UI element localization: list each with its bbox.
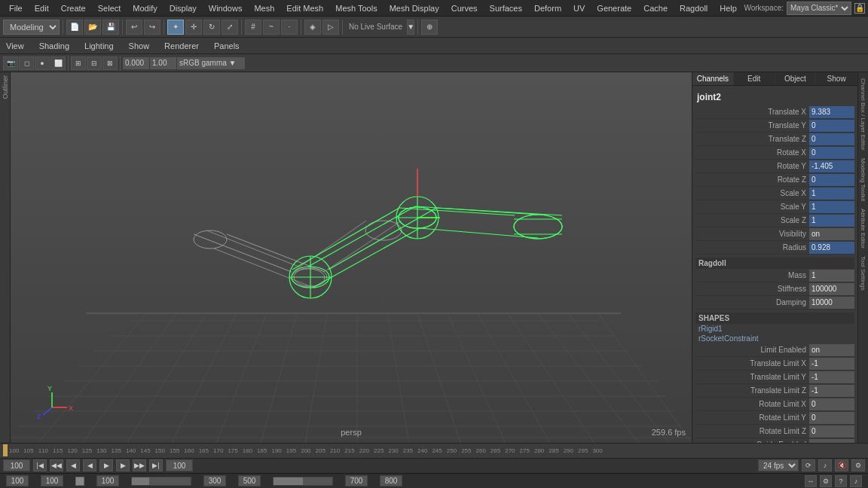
ragdoll-section-header: Ragdoll: [695, 258, 854, 269]
range-bar-1[interactable]: [131, 477, 191, 486]
go-end-btn[interactable]: ▶|: [149, 459, 163, 471]
menu-item-select[interactable]: Select: [92, 2, 127, 14]
redo-btn[interactable]: ↪: [144, 20, 160, 35]
tab-renderer[interactable]: Renderer: [161, 40, 202, 52]
status-field-3[interactable]: 100: [96, 475, 119, 486]
menu-item-surfaces[interactable]: Surfaces: [484, 2, 528, 14]
attr-translate-y: Translate Y 0: [695, 119, 854, 133]
timeline[interactable]: 100 105 110 115 120 125 130 135 140 145 …: [0, 444, 868, 459]
tab-channels[interactable]: Channels: [692, 72, 734, 85]
wireframe-btn[interactable]: ◻: [19, 56, 34, 70]
tab-shading[interactable]: Shading: [36, 40, 72, 52]
status-icon-4[interactable]: ♪: [850, 475, 862, 487]
status-field-2[interactable]: 100: [41, 475, 63, 486]
gamma-field[interactable]: 1.00: [150, 57, 176, 69]
right-edge-tabs: Channel Box / Layer Editor Modeling Tool…: [857, 72, 868, 443]
edge-tab-channel-box[interactable]: Channel Box / Layer Editor: [858, 75, 868, 154]
go-start-btn[interactable]: |◀: [33, 459, 47, 471]
status-icon-1[interactable]: ↔: [805, 475, 817, 487]
status-field-7[interactable]: 800: [380, 475, 402, 486]
settings-btn[interactable]: ⚙: [851, 459, 865, 471]
menu-item-create[interactable]: Create: [55, 2, 92, 14]
snap-curve-btn[interactable]: ~: [263, 20, 280, 35]
timeline-playhead[interactable]: [3, 444, 8, 456]
audio-btn[interactable]: ♪: [818, 459, 832, 471]
menu-item-help[interactable]: Help: [714, 2, 743, 14]
status-icon-3[interactable]: ?: [835, 475, 847, 487]
edge-tab-tool-settings[interactable]: Tool Settings: [858, 253, 868, 294]
construction-history-btn[interactable]: ⊕: [421, 20, 438, 35]
undo-btn[interactable]: ↩: [126, 20, 142, 35]
move-tool-btn[interactable]: ✛: [185, 20, 202, 35]
cam-select-btn[interactable]: 📷: [3, 56, 18, 70]
render-btn[interactable]: ▷: [322, 20, 339, 35]
status-field-1[interactable]: 100: [6, 475, 29, 486]
status-field-5[interactable]: 500: [238, 475, 261, 486]
save-file-btn[interactable]: 💾: [102, 20, 119, 35]
menu-item-mesh[interactable]: Mesh: [248, 2, 280, 14]
shape-rsocket[interactable]: rSocketConstraint: [695, 334, 854, 343]
color-space-select[interactable]: sRGB gamma ▼: [177, 57, 245, 69]
mute-btn[interactable]: 🔇: [835, 459, 848, 471]
resolution-gate-btn[interactable]: ⊠: [102, 56, 118, 70]
snap-point-btn[interactable]: ·: [281, 20, 298, 35]
exposure-field[interactable]: 0.000: [123, 57, 149, 69]
range-bar-2[interactable]: [273, 477, 333, 486]
edge-tab-modeling-toolkit[interactable]: Modeling Toolkit: [858, 155, 868, 204]
select-tool-btn[interactable]: ✦: [167, 20, 184, 35]
tab-show[interactable]: Show: [816, 72, 857, 85]
menu-item-modify[interactable]: Modify: [127, 2, 163, 14]
start-frame-field[interactable]: 100: [3, 459, 30, 471]
menu-item-uv[interactable]: UV: [567, 2, 591, 14]
tab-object[interactable]: Object: [775, 72, 817, 85]
prev-frame-btn[interactable]: ◀: [66, 459, 80, 471]
menu-item-mesh-display[interactable]: Mesh Display: [384, 2, 445, 14]
step-fwd-btn[interactable]: ▶▶: [133, 459, 146, 471]
open-file-btn[interactable]: 📂: [84, 20, 101, 35]
menu-item-deform[interactable]: Deform: [528, 2, 567, 14]
tab-show[interactable]: Show: [126, 40, 153, 52]
attr-radius: Radius 0.928: [695, 241, 854, 255]
tab-lighting[interactable]: Lighting: [81, 40, 117, 52]
snap-grid-btn[interactable]: #: [245, 20, 261, 35]
menu-item-mesh-tools[interactable]: Mesh Tools: [329, 2, 383, 14]
viewport[interactable]: Translate `: [11, 72, 692, 443]
play-back-btn[interactable]: ◀: [83, 459, 96, 471]
menu-item-ragdoll[interactable]: Ragdoll: [674, 2, 714, 14]
color-swatch[interactable]: [75, 477, 84, 486]
menu-item-display[interactable]: Display: [164, 2, 203, 14]
next-frame-btn[interactable]: ▶: [116, 459, 130, 471]
tab-view[interactable]: View: [3, 40, 27, 52]
menu-item-curves[interactable]: Curves: [445, 2, 484, 14]
mode-selector[interactable]: Modeling: [3, 20, 60, 35]
outliner-label: Outliner: [2, 75, 9, 99]
status-field-6[interactable]: 700: [345, 475, 368, 486]
menu-item-windows[interactable]: Windows: [203, 2, 249, 14]
tab-panels[interactable]: Panels: [211, 40, 243, 52]
bounding-box-btn[interactable]: ⬜: [50, 56, 66, 70]
fps-selector[interactable]: 24 fps 30 fps: [758, 459, 799, 471]
status-icon-2[interactable]: ⚙: [820, 475, 832, 487]
smooth-btn[interactable]: ●: [35, 56, 50, 70]
menu-item-generate[interactable]: Generate: [591, 2, 637, 14]
menu-item-edit-mesh[interactable]: Edit Mesh: [280, 2, 329, 14]
rotate-tool-btn[interactable]: ↻: [203, 20, 220, 35]
menu-item-edit[interactable]: Edit: [29, 2, 55, 14]
menu-item-cache[interactable]: Cache: [637, 2, 674, 14]
step-back-btn[interactable]: ◀◀: [50, 459, 63, 471]
status-field-4[interactable]: 300: [203, 475, 226, 486]
workspace-select[interactable]: Maya Classic*: [787, 2, 851, 15]
menu-item-file[interactable]: File: [3, 2, 29, 14]
edge-tab-attribute-editor[interactable]: Attribute Editor: [858, 206, 868, 252]
film-gate-btn[interactable]: ⊟: [87, 56, 102, 70]
grid-toggle-btn[interactable]: ⊞: [71, 56, 86, 70]
scale-tool-btn[interactable]: ⤢: [222, 20, 238, 35]
play-fwd-btn[interactable]: ▶: [99, 459, 113, 471]
end-frame-field[interactable]: 100: [166, 459, 193, 471]
live-surface-dropdown[interactable]: ▼: [407, 20, 414, 35]
tab-edit[interactable]: Edit: [734, 72, 775, 85]
loop-btn[interactable]: ⟳: [802, 459, 815, 471]
new-file-btn[interactable]: 📄: [66, 20, 83, 35]
render-settings-btn[interactable]: ◈: [304, 20, 321, 35]
shape-rrigid1[interactable]: rRigid1: [695, 324, 854, 334]
